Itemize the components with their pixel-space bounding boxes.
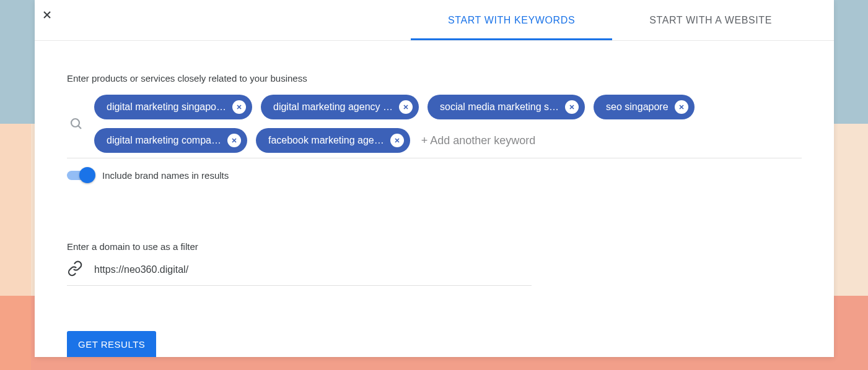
chip-remove-icon[interactable] bbox=[390, 134, 404, 147]
add-keyword-input[interactable]: + Add another keyword bbox=[419, 131, 538, 151]
keyword-chip-label: digital marketing compa… bbox=[107, 135, 221, 146]
include-brands-toggle[interactable] bbox=[67, 170, 93, 181]
content-area: Enter products or services closely relat… bbox=[35, 73, 834, 286]
link-icon bbox=[67, 260, 83, 279]
keyword-chip[interactable]: digital marketing compa… bbox=[94, 128, 247, 153]
keyword-chip[interactable]: digital marketing singapo… bbox=[94, 95, 252, 119]
keyword-chip[interactable]: seo singapore bbox=[594, 95, 695, 119]
keyword-chip-label: digital marketing singapo… bbox=[107, 101, 226, 113]
chips-container: digital marketing singapo…digital market… bbox=[94, 95, 802, 153]
enter-products-label: Enter products or services closely relat… bbox=[67, 73, 802, 84]
keyword-chip[interactable]: digital marketing agency … bbox=[261, 95, 419, 119]
close-icon[interactable] bbox=[41, 9, 53, 24]
search-icon bbox=[67, 116, 85, 131]
domain-input[interactable] bbox=[94, 264, 532, 275]
keyword-chip-label: seo singapore bbox=[606, 101, 669, 113]
keyword-chip-label: facebook marketing age… bbox=[268, 135, 384, 146]
enter-domain-label: Enter a domain to use as a filter bbox=[67, 241, 802, 252]
chip-remove-icon[interactable] bbox=[232, 100, 246, 114]
chip-remove-icon[interactable] bbox=[227, 134, 241, 147]
tab-start-with-keywords[interactable]: START WITH KEYWORDS bbox=[411, 0, 612, 40]
svg-point-0 bbox=[71, 119, 79, 127]
keyword-chip-label: digital marketing agency … bbox=[273, 101, 393, 113]
chip-remove-icon[interactable] bbox=[399, 100, 413, 114]
keyword-chip[interactable]: facebook marketing age… bbox=[256, 128, 410, 153]
include-brands-label: Include brand names in results bbox=[102, 170, 229, 181]
get-results-button[interactable]: GET RESULTS bbox=[67, 331, 156, 357]
keyword-planner-card: START WITH KEYWORDS START WITH A WEBSITE… bbox=[35, 0, 834, 357]
keyword-chip[interactable]: social media marketing s… bbox=[427, 95, 585, 119]
chip-remove-icon[interactable] bbox=[675, 100, 688, 114]
keyword-chip-label: social media marketing s… bbox=[440, 101, 559, 113]
tab-start-with-website[interactable]: START WITH A WEBSITE bbox=[612, 0, 809, 40]
tabs-bar: START WITH KEYWORDS START WITH A WEBSITE bbox=[35, 0, 834, 41]
chip-remove-icon[interactable] bbox=[565, 100, 579, 114]
keyword-input-row[interactable]: digital marketing singapo…digital market… bbox=[67, 95, 802, 158]
domain-filter-section: Enter a domain to use as a filter bbox=[67, 241, 802, 286]
domain-input-row bbox=[67, 260, 532, 286]
include-brands-row: Include brand names in results bbox=[67, 170, 802, 181]
